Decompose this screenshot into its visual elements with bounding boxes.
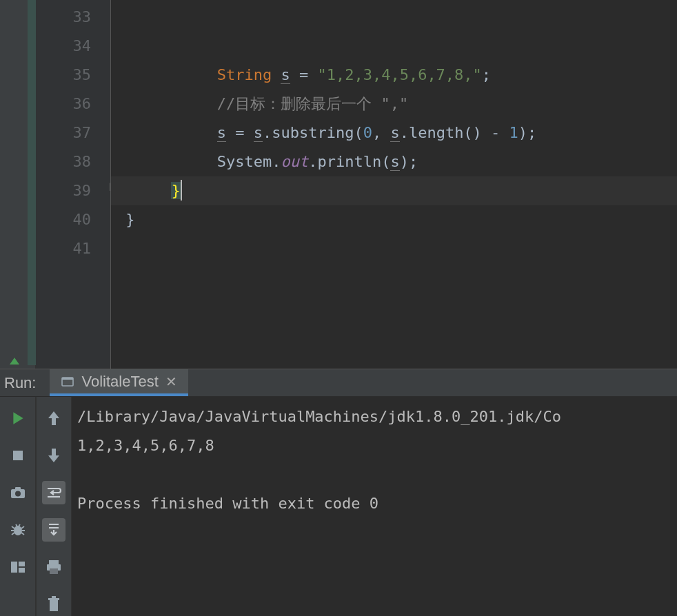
code-line[interactable] <box>111 3 677 32</box>
coverage-strip <box>28 0 36 365</box>
run-left-toolbar <box>0 397 36 616</box>
class-ref: System. <box>217 153 281 170</box>
semicolon: ); <box>400 153 418 170</box>
code-line[interactable]: //目标：删除最后一个 "," <box>111 90 677 119</box>
code-line[interactable] <box>111 234 677 263</box>
code-line[interactable]: } <box>111 176 677 205</box>
console-line: Process finished with exit code 0 <box>77 495 378 512</box>
scroll-to-end-icon[interactable] <box>42 518 65 542</box>
code-editor: 33 34 35 36 37 38 39 40 41 String s = "1… <box>0 0 677 369</box>
svg-rect-9 <box>19 568 25 573</box>
up-arrow-icon[interactable] <box>42 407 65 430</box>
keyword: String <box>217 66 272 83</box>
app-icon <box>61 375 74 389</box>
close-icon[interactable]: ✕ <box>165 373 177 390</box>
svg-rect-10 <box>49 560 59 564</box>
trash-icon[interactable] <box>42 593 65 616</box>
number: 0 <box>363 124 372 141</box>
brace: } <box>171 182 180 199</box>
svg-point-6 <box>14 526 22 535</box>
svg-rect-15 <box>52 596 56 598</box>
line-number[interactable]: 38 <box>36 147 110 176</box>
run-second-toolbar <box>36 397 72 616</box>
editor-left-margin <box>0 0 36 369</box>
code-line[interactable] <box>111 32 677 61</box>
svg-rect-4 <box>15 487 21 490</box>
svg-point-5 <box>15 491 21 497</box>
svg-rect-8 <box>19 562 25 566</box>
code-line[interactable]: } <box>111 205 677 234</box>
operator: = <box>226 124 254 141</box>
layout-icon[interactable] <box>6 555 30 579</box>
svg-rect-12 <box>50 568 58 574</box>
soft-wrap-icon[interactable] <box>42 481 65 504</box>
line-number-gutter[interactable]: 33 34 35 36 37 38 39 40 41 <box>36 0 110 369</box>
line-number[interactable]: 36 <box>36 90 110 119</box>
camera-icon[interactable] <box>6 481 30 504</box>
down-arrow-icon[interactable] <box>42 444 65 467</box>
code-line[interactable]: System.out.println(s); <box>111 147 677 176</box>
semicolon: ); <box>518 124 537 141</box>
bug-icon[interactable] <box>6 518 30 542</box>
text-caret <box>181 180 182 201</box>
comment: //目标：删除最后一个 "," <box>217 95 408 112</box>
print-icon[interactable] <box>42 555 65 579</box>
line-number[interactable]: 39 <box>36 176 110 205</box>
variable: s <box>281 66 290 84</box>
console-line: 1,2,3,4,5,6,7,8 <box>77 437 214 454</box>
number: 1 <box>509 124 518 141</box>
run-toolwindow-header: Run: VolitaleTest ✕ <box>0 369 677 397</box>
code-line[interactable]: String s = "1,2,3,4,5,6,7,8,"; <box>111 61 677 90</box>
line-number[interactable]: 33 <box>36 3 110 32</box>
line-number[interactable]: 41 <box>36 234 110 263</box>
method-call: .println( <box>308 153 390 170</box>
run-tab[interactable]: VolitaleTest ✕ <box>50 369 188 396</box>
code-area[interactable]: String s = "1,2,3,4,5,6,7,8,"; //目标：删除最后… <box>110 0 677 369</box>
variable: s <box>217 124 226 142</box>
variable: s <box>254 124 263 142</box>
svg-rect-1 <box>62 378 73 380</box>
line-number[interactable]: 35 <box>36 61 110 90</box>
line-number[interactable]: 34 <box>36 32 110 61</box>
brace: } <box>125 211 134 228</box>
method-call: .substring( <box>263 124 363 141</box>
semicolon: ; <box>482 66 491 83</box>
run-icon[interactable] <box>6 407 30 430</box>
svg-rect-13 <box>50 600 58 611</box>
run-tab-label: VolitaleTest <box>81 373 158 391</box>
operator: = <box>290 66 318 83</box>
svg-rect-7 <box>11 562 17 573</box>
field: out <box>281 153 308 170</box>
string-literal: "1,2,3,4,5,6,7,8," <box>317 66 481 83</box>
variable: s <box>390 153 399 171</box>
line-number[interactable]: 40 <box>36 205 110 234</box>
line-number[interactable]: 37 <box>36 119 110 147</box>
svg-rect-14 <box>48 598 59 600</box>
run-toolwindow: /Library/Java/JavaVirtualMachines/jdk1.8… <box>0 397 677 616</box>
comma: , <box>372 124 391 141</box>
method-call: .length() - <box>400 124 509 141</box>
variable: s <box>390 124 399 142</box>
run-label: Run: <box>0 374 50 392</box>
stop-icon[interactable] <box>6 444 30 467</box>
console-line: /Library/Java/JavaVirtualMachines/jdk1.8… <box>77 408 561 425</box>
code-line[interactable]: s = s.substring(0, s.length() - 1); <box>111 119 677 147</box>
console-output[interactable]: /Library/Java/JavaVirtualMachines/jdk1.8… <box>72 397 677 616</box>
svg-rect-2 <box>13 451 23 460</box>
